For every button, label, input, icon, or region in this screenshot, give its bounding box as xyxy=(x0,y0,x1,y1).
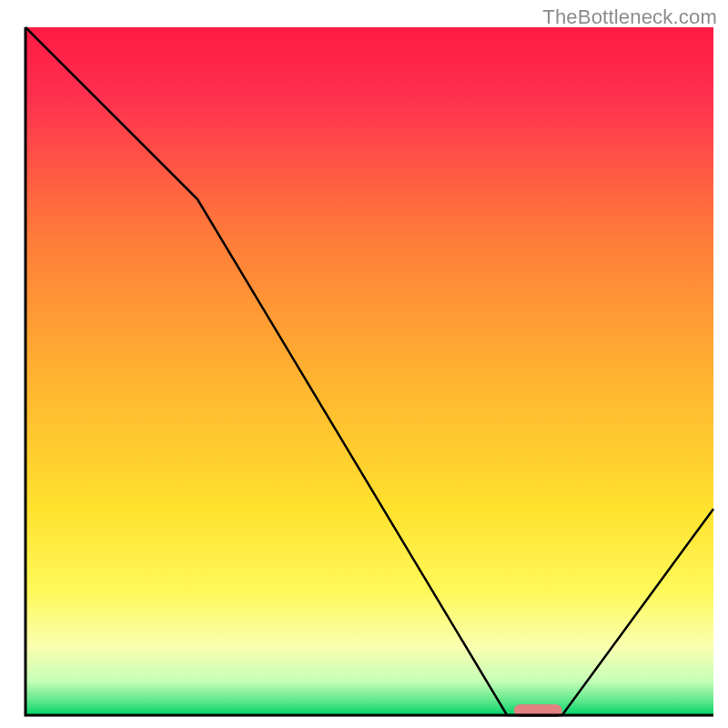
watermark-label: TheBottleneck.com xyxy=(542,5,717,29)
chart-container: TheBottleneck.com xyxy=(0,0,728,728)
bottleneck-chart xyxy=(0,0,728,728)
